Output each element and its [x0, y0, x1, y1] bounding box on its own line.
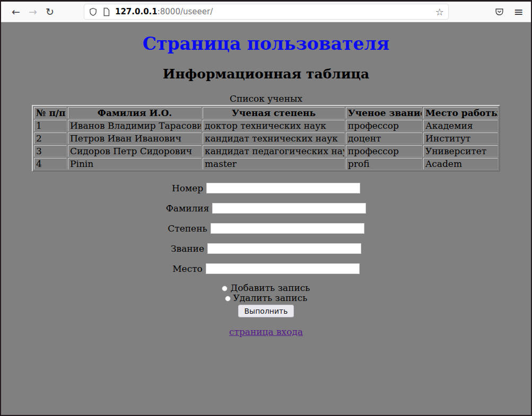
col-header: Ученое звание — [346, 107, 422, 119]
field-row-surname: Фамилия — [1, 202, 531, 213]
execute-button[interactable]: Выполнить — [238, 305, 294, 317]
add-record-label: Добавить запись — [230, 282, 310, 293]
cell-name: Pinin — [68, 158, 202, 170]
cell-workplace: Университет — [423, 145, 498, 157]
radio-row-add: Добавить запись — [1, 283, 531, 293]
field-row-number: Номер — [1, 182, 531, 193]
number-input[interactable] — [206, 183, 360, 193]
title-label: Звание — [171, 243, 204, 254]
field-row-place: Место — [1, 263, 531, 273]
cell-number: 1 — [34, 120, 67, 131]
cell-workplace: Academ — [423, 158, 498, 170]
back-icon[interactable]: ← — [7, 4, 24, 19]
page-title: Страница пользователя — [1, 33, 531, 54]
cell-name: Иванов Владимир Тарасович — [68, 120, 202, 131]
login-page-link[interactable]: страница входа — [229, 326, 303, 337]
table-row: 4 Pinin master profi Academ — [34, 158, 498, 170]
degree-label: Степень — [168, 223, 207, 234]
url-bar[interactable]: 127.0.0.1:8000/useeer/ ☆ — [84, 4, 449, 20]
delete-record-radio[interactable] — [225, 296, 231, 302]
cell-degree: доктор технических наук — [203, 120, 345, 131]
cell-number: 4 — [34, 158, 67, 170]
menu-icon[interactable]: ≡ — [514, 5, 524, 19]
add-record-radio[interactable] — [222, 286, 228, 291]
col-header: Фамилия И.О. — [68, 107, 202, 119]
table-row: 2 Петров Иван Иванович кандидат техничес… — [34, 132, 498, 144]
col-header: Ученая степень — [203, 107, 345, 119]
forward-icon[interactable]: → — [24, 4, 41, 19]
page-content: Страница пользователя Информационная таб… — [1, 22, 531, 415]
url-host: 127.0.0.1 — [115, 7, 158, 16]
scientists-table: № п/п Фамилия И.О. Ученая степень Ученое… — [32, 105, 500, 172]
cell-degree: кандидат педагогических наук — [203, 145, 345, 157]
reload-icon[interactable]: ↻ — [41, 4, 58, 19]
title-input[interactable] — [207, 243, 361, 254]
cell-workplace: Академия — [423, 120, 498, 131]
cell-degree: кандидат технических наук — [203, 132, 345, 144]
record-form: Номер Фамилия Степень Звание Место Добав… — [1, 182, 531, 317]
col-header: № п/п — [34, 107, 67, 119]
submit-row: Выполнить — [1, 305, 531, 317]
cell-title: profi — [346, 158, 422, 170]
footer-link-row: страница входа — [1, 326, 531, 337]
cell-name: Сидоров Петр Сидорович — [68, 145, 202, 157]
pocket-icon[interactable] — [494, 7, 504, 17]
place-input[interactable] — [206, 263, 360, 274]
field-row-degree: Степень — [1, 223, 531, 233]
table-row: 3 Сидоров Петр Сидорович кандидат педаго… — [34, 145, 498, 157]
place-label: Место — [172, 263, 203, 274]
toolbar-right-icons: ≡ — [494, 5, 531, 19]
browser-window: ← → ↻ 127.0.0.1:8000/useeer/ ☆ — [0, 0, 532, 416]
page-icon[interactable] — [102, 7, 110, 16]
cell-title: профессор — [346, 120, 422, 131]
table-caption: Список ученых — [1, 93, 531, 104]
bookmark-star-icon[interactable]: ☆ — [435, 6, 444, 17]
cell-number: 3 — [34, 145, 67, 157]
cell-title: профессор — [346, 145, 422, 157]
cell-workplace: Институт — [423, 132, 498, 144]
shield-icon[interactable] — [89, 7, 98, 16]
cell-number: 2 — [34, 132, 67, 144]
degree-input[interactable] — [211, 223, 364, 234]
surname-label: Фамилия — [166, 203, 210, 214]
number-label: Номер — [172, 183, 203, 193]
url-path: :8000/useeer/ — [158, 7, 213, 16]
radio-row-delete: Удалить запись — [1, 293, 531, 303]
url-text[interactable]: 127.0.0.1:8000/useeer/ — [115, 7, 431, 16]
table-row: 1 Иванов Владимир Тарасович доктор техни… — [34, 120, 498, 131]
cell-name: Петров Иван Иванович — [68, 132, 202, 144]
cell-title: доцент — [346, 132, 422, 144]
table-header-row: № п/п Фамилия И.О. Ученая степень Ученое… — [34, 107, 498, 119]
delete-record-label: Удалить запись — [233, 293, 308, 303]
cell-degree: master — [203, 158, 345, 170]
col-header: Место работы — [423, 107, 498, 119]
browser-toolbar: ← → ↻ 127.0.0.1:8000/useeer/ ☆ — [1, 2, 531, 22]
surname-input[interactable] — [212, 203, 366, 214]
section-title: Информационная таблица — [1, 66, 531, 82]
field-row-title: Звание — [1, 243, 531, 253]
